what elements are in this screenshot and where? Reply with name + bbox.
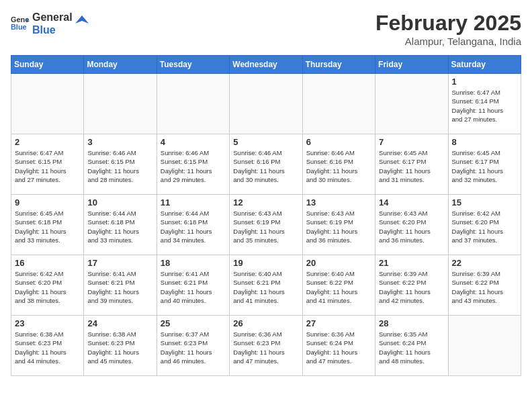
calendar-cell xyxy=(157,74,229,134)
calendar-cell xyxy=(302,74,375,134)
logo-general-text: General xyxy=(32,11,73,24)
calendar-cell: 19Sunrise: 6:40 AM Sunset: 6:21 PM Dayli… xyxy=(230,255,302,316)
logo-bird-icon xyxy=(75,15,89,32)
day-number: 7 xyxy=(379,137,444,147)
calendar-cell: 17Sunrise: 6:41 AM Sunset: 6:21 PM Dayli… xyxy=(84,255,157,316)
calendar-week-row: 1Sunrise: 6:47 AM Sunset: 6:14 PM Daylig… xyxy=(11,74,521,134)
calendar-cell: 11Sunrise: 6:44 AM Sunset: 6:18 PM Dayli… xyxy=(157,195,229,255)
calendar-cell: 21Sunrise: 6:39 AM Sunset: 6:22 PM Dayli… xyxy=(375,255,448,316)
svg-marker-3 xyxy=(75,15,89,24)
calendar-cell xyxy=(375,74,448,134)
day-info: Sunrise: 6:43 AM Sunset: 6:20 PM Dayligh… xyxy=(379,209,444,244)
day-info: Sunrise: 6:43 AM Sunset: 6:19 PM Dayligh… xyxy=(233,209,298,244)
day-number: 10 xyxy=(87,197,152,208)
calendar-cell: 10Sunrise: 6:44 AM Sunset: 6:18 PM Dayli… xyxy=(84,195,157,255)
logo-icon: General Blue xyxy=(11,14,30,33)
day-number: 23 xyxy=(15,318,80,328)
col-header-thursday: Thursday xyxy=(302,56,375,74)
col-header-sunday: Sunday xyxy=(11,56,84,74)
calendar-cell: 9Sunrise: 6:45 AM Sunset: 6:18 PM Daylig… xyxy=(11,195,84,255)
calendar-cell: 28Sunrise: 6:35 AM Sunset: 6:24 PM Dayli… xyxy=(375,316,448,376)
day-number: 1 xyxy=(452,77,517,87)
day-number: 15 xyxy=(452,197,517,208)
col-header-friday: Friday xyxy=(375,56,448,74)
day-number: 22 xyxy=(452,258,517,268)
day-number: 20 xyxy=(306,258,371,268)
day-number: 4 xyxy=(161,137,226,147)
svg-text:Blue: Blue xyxy=(11,24,27,32)
col-header-tuesday: Tuesday xyxy=(157,56,229,74)
title-section: February 2025 Alampur, Telangana, India xyxy=(375,11,521,47)
day-number: 26 xyxy=(233,318,298,328)
day-info: Sunrise: 6:45 AM Sunset: 6:18 PM Dayligh… xyxy=(15,209,80,244)
day-info: Sunrise: 6:42 AM Sunset: 6:20 PM Dayligh… xyxy=(452,209,517,244)
day-info: Sunrise: 6:39 AM Sunset: 6:22 PM Dayligh… xyxy=(452,269,517,305)
calendar-cell: 18Sunrise: 6:41 AM Sunset: 6:21 PM Dayli… xyxy=(157,255,229,316)
calendar-cell: 13Sunrise: 6:43 AM Sunset: 6:19 PM Dayli… xyxy=(302,195,375,255)
col-header-wednesday: Wednesday xyxy=(230,56,302,74)
calendar-cell: 23Sunrise: 6:38 AM Sunset: 6:23 PM Dayli… xyxy=(11,316,84,376)
day-number: 19 xyxy=(233,258,298,268)
day-number: 2 xyxy=(15,137,80,147)
day-number: 6 xyxy=(306,137,371,147)
col-header-monday: Monday xyxy=(84,56,157,74)
calendar-cell: 4Sunrise: 6:46 AM Sunset: 6:15 PM Daylig… xyxy=(157,134,229,195)
calendar-cell: 5Sunrise: 6:46 AM Sunset: 6:16 PM Daylig… xyxy=(230,134,302,195)
calendar-cell: 7Sunrise: 6:45 AM Sunset: 6:17 PM Daylig… xyxy=(375,134,448,195)
day-info: Sunrise: 6:47 AM Sunset: 6:14 PM Dayligh… xyxy=(452,88,517,124)
calendar-cell: 3Sunrise: 6:46 AM Sunset: 6:15 PM Daylig… xyxy=(84,134,157,195)
day-info: Sunrise: 6:35 AM Sunset: 6:24 PM Dayligh… xyxy=(379,330,444,365)
calendar-cell xyxy=(84,74,157,134)
day-info: Sunrise: 6:40 AM Sunset: 6:22 PM Dayligh… xyxy=(306,269,371,305)
day-number: 13 xyxy=(306,197,371,208)
calendar-cell: 27Sunrise: 6:36 AM Sunset: 6:24 PM Dayli… xyxy=(302,316,375,376)
day-info: Sunrise: 6:37 AM Sunset: 6:23 PM Dayligh… xyxy=(161,330,226,365)
calendar-cell: 26Sunrise: 6:36 AM Sunset: 6:23 PM Dayli… xyxy=(230,316,302,376)
calendar-cell: 12Sunrise: 6:43 AM Sunset: 6:19 PM Dayli… xyxy=(230,195,302,255)
day-number: 14 xyxy=(379,197,444,208)
calendar-header-row: SundayMondayTuesdayWednesdayThursdayFrid… xyxy=(11,56,521,74)
day-info: Sunrise: 6:38 AM Sunset: 6:23 PM Dayligh… xyxy=(15,330,80,365)
calendar-cell xyxy=(11,74,84,134)
calendar-cell: 22Sunrise: 6:39 AM Sunset: 6:22 PM Dayli… xyxy=(448,255,521,316)
day-info: Sunrise: 6:38 AM Sunset: 6:23 PM Dayligh… xyxy=(87,330,152,365)
logo-blue-text: Blue xyxy=(32,24,73,36)
day-number: 8 xyxy=(452,137,517,147)
day-info: Sunrise: 6:36 AM Sunset: 6:23 PM Dayligh… xyxy=(233,330,298,365)
day-number: 3 xyxy=(87,137,152,147)
day-number: 16 xyxy=(15,258,80,268)
calendar-cell: 14Sunrise: 6:43 AM Sunset: 6:20 PM Dayli… xyxy=(375,195,448,255)
calendar-table: SundayMondayTuesdayWednesdayThursdayFrid… xyxy=(11,55,521,376)
day-info: Sunrise: 6:42 AM Sunset: 6:20 PM Dayligh… xyxy=(15,269,80,305)
day-info: Sunrise: 6:39 AM Sunset: 6:22 PM Dayligh… xyxy=(379,269,444,305)
day-number: 12 xyxy=(233,197,298,208)
day-info: Sunrise: 6:44 AM Sunset: 6:18 PM Dayligh… xyxy=(161,209,226,244)
day-info: Sunrise: 6:44 AM Sunset: 6:18 PM Dayligh… xyxy=(87,209,152,244)
day-number: 17 xyxy=(87,258,152,268)
calendar-week-row: 16Sunrise: 6:42 AM Sunset: 6:20 PM Dayli… xyxy=(11,255,521,316)
day-info: Sunrise: 6:46 AM Sunset: 6:16 PM Dayligh… xyxy=(233,148,298,184)
day-number: 18 xyxy=(161,258,226,268)
calendar-cell: 24Sunrise: 6:38 AM Sunset: 6:23 PM Dayli… xyxy=(84,316,157,376)
calendar-week-row: 23Sunrise: 6:38 AM Sunset: 6:23 PM Dayli… xyxy=(11,316,521,376)
day-number: 5 xyxy=(233,137,298,147)
calendar-cell: 8Sunrise: 6:45 AM Sunset: 6:17 PM Daylig… xyxy=(448,134,521,195)
calendar-cell: 15Sunrise: 6:42 AM Sunset: 6:20 PM Dayli… xyxy=(448,195,521,255)
day-info: Sunrise: 6:46 AM Sunset: 6:15 PM Dayligh… xyxy=(87,148,152,184)
calendar-cell: 2Sunrise: 6:47 AM Sunset: 6:15 PM Daylig… xyxy=(11,134,84,195)
day-number: 25 xyxy=(161,318,226,328)
day-info: Sunrise: 6:45 AM Sunset: 6:17 PM Dayligh… xyxy=(379,148,444,184)
logo: General Blue General Blue xyxy=(11,11,89,36)
day-info: Sunrise: 6:45 AM Sunset: 6:17 PM Dayligh… xyxy=(452,148,517,184)
calendar-cell xyxy=(448,316,521,376)
calendar-week-row: 2Sunrise: 6:47 AM Sunset: 6:15 PM Daylig… xyxy=(11,134,521,195)
calendar-cell: 6Sunrise: 6:46 AM Sunset: 6:16 PM Daylig… xyxy=(302,134,375,195)
page-header: General Blue General Blue February 2025 … xyxy=(11,11,521,47)
day-info: Sunrise: 6:46 AM Sunset: 6:15 PM Dayligh… xyxy=(161,148,226,184)
day-info: Sunrise: 6:36 AM Sunset: 6:24 PM Dayligh… xyxy=(306,330,371,365)
calendar-week-row: 9Sunrise: 6:45 AM Sunset: 6:18 PM Daylig… xyxy=(11,195,521,255)
day-number: 28 xyxy=(379,318,444,328)
calendar-cell xyxy=(230,74,302,134)
calendar-cell: 20Sunrise: 6:40 AM Sunset: 6:22 PM Dayli… xyxy=(302,255,375,316)
day-info: Sunrise: 6:46 AM Sunset: 6:16 PM Dayligh… xyxy=(306,148,371,184)
